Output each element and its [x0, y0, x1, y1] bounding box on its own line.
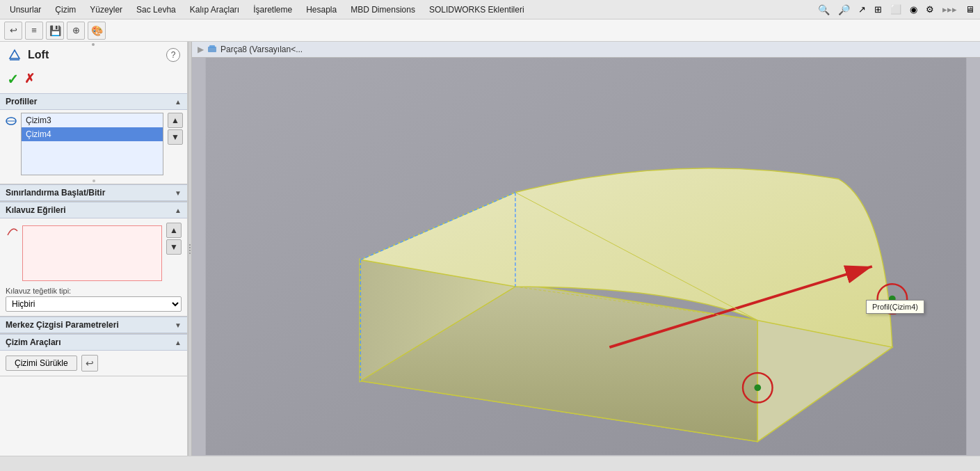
indicator-dot — [92, 43, 95, 46]
kilavuz-label: Kılavuz Eğrileri — [6, 205, 66, 215]
grid-icon[interactable]: ⊞ — [871, 3, 885, 16]
breadcrumb-arrow: ▶ — [198, 45, 204, 54]
ok-button[interactable]: ✓ — [7, 71, 19, 88]
cizim-araclari-chevron-icon: ▲ — [175, 339, 182, 346]
profile-item-cizim3[interactable]: Çizim3 — [22, 113, 163, 127]
kilavuz-list-row: ▲ ▼ — [6, 223, 182, 284]
menu-cizim[interactable]: Çizim — [48, 2, 83, 17]
menu-mbd[interactable]: MBD Dimensions — [344, 2, 422, 17]
kilavuz-section-header[interactable]: Kılavuz Eğrileri ▲ — [0, 202, 187, 218]
left-panel: Loft ? ✓ ✗ Profiller ▲ Çizim — [0, 42, 188, 456]
toolbar: ↩ ≡ 💾 ⊕ 🎨 — [0, 19, 980, 42]
merkez-section-header[interactable]: Merkez Çizgisi Parametreleri ▼ — [0, 317, 187, 333]
svg-rect-5 — [209, 45, 215, 48]
undo-button[interactable]: ↩ — [81, 355, 98, 372]
menu-bar: Unsurlar Çizim Yüzeyler Sac Levha Kalıp … — [0, 0, 980, 19]
tangent-type-label: Kılavuz teğetlik tipi: — [6, 284, 182, 296]
menu-unsurlar[interactable]: Unsurlar — [3, 2, 48, 17]
menu-yuzeyler[interactable]: Yüzeyler — [83, 2, 129, 17]
cizim-araclari-buttons: Çizimi Sürükle ↩ — [6, 355, 182, 372]
cancel-button[interactable]: ✗ — [24, 71, 35, 88]
menu-isaretleme[interactable]: İşaretleme — [246, 2, 299, 17]
help-button[interactable]: ? — [166, 48, 180, 62]
profile-move-down-button[interactable]: ▼ — [168, 129, 183, 145]
cizim-araclari-content: Çizimi Sürükle ↩ — [0, 351, 187, 376]
more-icons: ▸▸▸ — [940, 3, 960, 16]
profiller-chevron-icon: ▲ — [175, 98, 182, 106]
box-icon[interactable]: ⬜ — [887, 3, 904, 16]
profiller-section: Profiller ▲ Çizim3 Çizim4 ▲ ▼ — [0, 93, 187, 184]
viewport-canvas[interactable]: Profil(Çizim4) — [192, 58, 980, 455]
kilavuz-content: ▲ ▼ Kılavuz teğetlik tipi: Hiçbiri Teğet… — [0, 218, 187, 316]
monitor-icon[interactable]: 🖥 — [963, 3, 977, 16]
3d-viewport-svg — [192, 58, 980, 455]
viewport: ▶ Parça8 (Varsayılan<... — [192, 42, 980, 456]
kilavuz-move-up-button[interactable]: ▲ — [166, 223, 182, 238]
search-icon[interactable]: 🔍 — [815, 3, 833, 17]
toolbar-color-btn[interactable]: 🎨 — [88, 22, 106, 40]
cizimi-surukle-button[interactable]: Çizimi Sürükle — [6, 356, 77, 371]
viewport-header: ▶ Parça8 (Varsayılan<... — [192, 42, 980, 58]
svg-point-17 — [754, 384, 761, 391]
svg-marker-0 — [10, 50, 19, 58]
action-buttons: ✓ ✗ — [0, 68, 187, 93]
menu-hesapla[interactable]: Hesapla — [299, 2, 344, 17]
profiller-content: Çizim3 Çizim4 ▲ ▼ — [0, 110, 187, 178]
profiller-scroll-indicator — [0, 178, 187, 184]
merkez-chevron-icon: ▼ — [175, 321, 182, 329]
breadcrumb-text: Parça8 (Varsayılan<... — [220, 45, 303, 54]
profiller-label: Profiller — [6, 97, 37, 106]
menu-sac-levha[interactable]: Sac Levha — [129, 2, 183, 17]
kilavuz-list-controls: ▲ ▼ — [166, 223, 182, 284]
profile-item-cizim4[interactable]: Çizim4 — [22, 127, 163, 141]
menu-solidworks[interactable]: SOLIDWORKS Eklentileri — [422, 2, 531, 17]
merkez-section: Merkez Çizgisi Parametreleri ▼ — [0, 317, 187, 334]
toolbar-back-btn[interactable]: ↩ — [4, 22, 22, 40]
main-area: Loft ? ✓ ✗ Profiller ▲ Çizim — [0, 42, 980, 456]
cursor-icon: ↗ — [856, 3, 869, 16]
feature-name-label: Loft — [28, 49, 49, 61]
profile-icon-column — [4, 113, 18, 175]
svg-point-19 — [889, 296, 896, 303]
menu-kalip-araclari[interactable]: Kalıp Araçları — [183, 2, 246, 17]
toolbar-save-btn[interactable]: 💾 — [46, 22, 64, 40]
profile-move-up-button[interactable]: ▲ — [168, 113, 183, 128]
settings-icon[interactable]: ⚙ — [923, 3, 937, 16]
sinirlandirma-section: Sınırlandırma Başlat/Bitir ▼ — [0, 184, 187, 202]
cizim-araclari-label: Çizim Araçları — [6, 337, 61, 347]
search2-icon[interactable]: 🔎 — [835, 3, 853, 17]
cizim-araclari-section: Çizim Araçları ▲ Çizimi Sürükle ↩ — [0, 334, 187, 376]
profiller-section-header[interactable]: Profiller ▲ — [0, 93, 187, 110]
toolbar-list-btn[interactable]: ≡ — [25, 22, 43, 40]
kilavuz-icon-col — [6, 223, 19, 284]
loft-feature-icon — [7, 47, 22, 63]
kilavuz-chevron-icon: ▲ — [175, 207, 182, 214]
sinirlandirma-label: Sınırlandırma Başlat/Bitir — [6, 188, 105, 198]
profile-sketch-icon — [4, 114, 18, 128]
merkez-label: Merkez Çizgisi Parametreleri — [6, 320, 119, 330]
sinirlandirma-section-header[interactable]: Sınırlandırma Başlat/Bitir ▼ — [0, 184, 187, 201]
part-icon — [207, 44, 218, 55]
kilavuz-section: Kılavuz Eğrileri ▲ ▲ ▼ — [0, 202, 187, 317]
sinirlandirma-chevron-icon: ▼ — [175, 189, 182, 197]
profile-list-controls: ▲ ▼ — [168, 113, 183, 175]
kilavuz-curve-icon — [6, 224, 19, 238]
tangent-type-select[interactable]: Hiçbiri Teğet Normal Eğrilik — [6, 296, 182, 312]
kilavuz-move-down-button[interactable]: ▼ — [166, 239, 182, 255]
profile-list[interactable]: Çizim3 Çizim4 — [21, 113, 163, 175]
splitter-handle — [189, 244, 191, 254]
view-icon[interactable]: ◉ — [907, 3, 920, 16]
kilavuz-list[interactable] — [22, 225, 162, 281]
cizim-araclari-section-header[interactable]: Çizim Araçları ▲ — [0, 334, 187, 351]
status-bar — [0, 456, 980, 471]
toolbar-target-btn[interactable]: ⊕ — [67, 22, 85, 40]
